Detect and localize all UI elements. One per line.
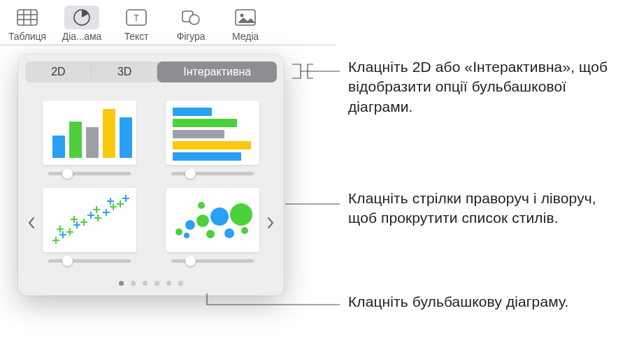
page-dot[interactable] [119,281,124,286]
chart-style-bubble[interactable] [157,188,268,263]
seg-interactive-label: Інтерактивна [183,66,251,78]
toolbar: Таблиця Діа...ама T Текст Фігура Медіа [0,0,625,45]
toolbar-shape-label: Фігура [177,31,206,42]
svg-text:T: T [134,13,139,23]
toolbar-text-label: Текст [124,31,149,42]
toolbar-chart[interactable]: Діа...ама [55,6,109,42]
prev-style-arrow[interactable] [22,212,41,233]
svg-point-11 [240,14,244,17]
chart-style-scatter[interactable] [34,188,145,263]
chevron-left-icon [27,217,36,229]
seg-3d-label: 3D [117,66,131,78]
toolbar-text[interactable]: T Текст [109,6,164,42]
chart-type-segmented: 2D 3D Інтерактивна [25,61,277,82]
vertical-bar-thumb [43,101,136,165]
toolbar-divider [0,45,336,45]
pie-chart-icon [73,8,91,27]
callout-bot: Клацніть бульбашкову діаграму. [348,292,614,312]
shape-icon [181,9,201,26]
page-dot[interactable] [178,281,183,286]
toolbar-table-label: Таблиця [8,31,46,42]
style-slider[interactable] [171,259,254,263]
seg-interactive[interactable]: Інтерактивна [157,61,277,82]
page-dot[interactable] [143,281,148,286]
toolbar-table[interactable]: Таблиця [0,6,55,42]
horizontal-bar-thumb [166,101,259,165]
bubble-thumb [166,188,259,252]
svg-point-9 [189,15,199,24]
chart-popover: 2D 3D Інтерактивна [18,54,284,296]
chart-style-grid [25,82,277,268]
callout-top: Клацніть 2D або «Інтерактивна», щоб відо… [348,57,614,117]
table-icon [17,9,38,26]
toolbar-chart-label: Діа...ама [62,31,101,42]
toolbar-shape[interactable]: Фігура [164,6,218,42]
style-slider[interactable] [48,259,131,263]
callout-mid: Клацніть стрілки праворуч і ліворуч, щоб… [348,189,621,228]
style-slider[interactable] [171,172,254,175]
seg-2d-label: 2D [51,66,65,78]
toolbar-media-label: Медіа [232,31,259,42]
style-slider[interactable] [48,172,131,175]
chevron-right-icon [266,217,275,229]
page-indicator [25,281,277,286]
svg-rect-0 [17,10,37,25]
chart-style-horizontal-bar[interactable] [157,101,268,175]
page-dot[interactable] [131,281,136,286]
toolbar-media[interactable]: Медіа [218,6,273,42]
scatter-thumb [43,188,136,252]
seg-2d[interactable]: 2D [25,61,92,82]
page-dot[interactable] [166,281,171,286]
page-dot[interactable] [155,281,159,286]
next-style-arrow[interactable] [261,212,280,233]
chart-style-vertical-bar[interactable] [34,101,145,175]
media-icon [235,9,256,26]
text-icon: T [126,9,147,26]
seg-3d[interactable]: 3D [92,61,158,82]
